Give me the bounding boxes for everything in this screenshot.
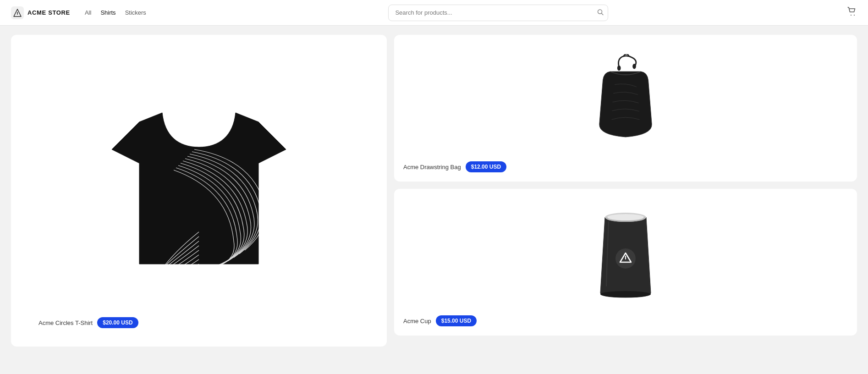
brand-name: ACME STORE bbox=[27, 9, 70, 16]
bag-price-badge[interactable]: $12.00 USD bbox=[466, 161, 506, 172]
main-content: Acme Circles T-Shirt $20.00 USD bbox=[0, 26, 868, 356]
search-icon bbox=[597, 9, 604, 16]
svg-point-11 bbox=[607, 214, 644, 220]
cup-product-info: Acme Cup $15.00 USD bbox=[403, 310, 848, 326]
nav-shirts[interactable]: Shirts bbox=[97, 7, 119, 18]
bag-image-area bbox=[403, 44, 848, 156]
svg-point-7 bbox=[617, 66, 621, 71]
navbar: ACME STORE All Shirts Stickers bbox=[0, 0, 868, 26]
search-container bbox=[161, 5, 836, 21]
cup-product-name: Acme Cup bbox=[403, 318, 431, 324]
acme-logo-icon bbox=[11, 6, 24, 19]
svg-point-8 bbox=[632, 64, 636, 69]
bag-product-info: Acme Drawstring Bag $12.00 USD bbox=[403, 156, 848, 172]
tshirt-svg bbox=[103, 94, 295, 287]
right-column: Acme Drawstring Bag $12.00 USD bbox=[394, 35, 857, 336]
tshirt-image-area bbox=[11, 76, 387, 305]
cup-card[interactable]: Acme Cup $15.00 USD bbox=[394, 189, 857, 336]
nav-stickers[interactable]: Stickers bbox=[121, 7, 150, 18]
svg-point-15 bbox=[600, 291, 651, 297]
bag-product-name: Acme Drawstring Bag bbox=[403, 164, 461, 170]
cart-area[interactable] bbox=[847, 6, 857, 19]
cup-price-badge[interactable]: $15.00 USD bbox=[436, 315, 477, 326]
drawstring-bag-card[interactable]: Acme Drawstring Bag $12.00 USD bbox=[394, 35, 857, 182]
svg-line-4 bbox=[602, 13, 604, 15]
search-input[interactable] bbox=[388, 5, 608, 21]
search-wrapper bbox=[388, 5, 608, 21]
svg-point-5 bbox=[851, 15, 852, 16]
cart-icon[interactable] bbox=[847, 9, 857, 18]
featured-product-card[interactable]: Acme Circles T-Shirt $20.00 USD bbox=[11, 35, 387, 346]
svg-point-6 bbox=[854, 15, 855, 16]
cup-image-area bbox=[403, 198, 848, 310]
cup-svg bbox=[591, 208, 660, 300]
featured-product-name: Acme Circles T-Shirt bbox=[38, 319, 93, 326]
main-nav: All Shirts Stickers bbox=[81, 7, 150, 18]
featured-price-badge[interactable]: $20.00 USD bbox=[97, 317, 138, 328]
nav-all[interactable]: All bbox=[81, 7, 95, 18]
logo-area[interactable]: ACME STORE bbox=[11, 6, 70, 19]
featured-product-label: Acme Circles T-Shirt $20.00 USD bbox=[38, 317, 138, 328]
bag-svg bbox=[589, 54, 662, 146]
